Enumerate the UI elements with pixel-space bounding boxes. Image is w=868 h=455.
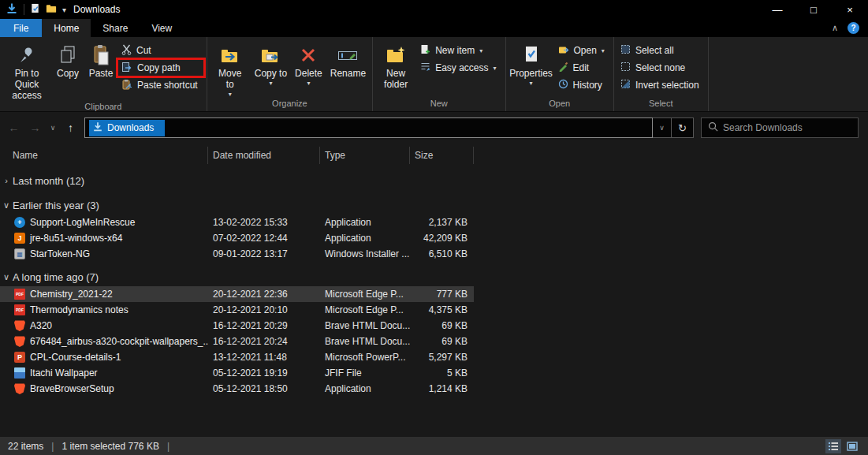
delete-button[interactable]: Delete ▾	[291, 39, 326, 87]
file-name: Chemistry_2021-22	[30, 289, 113, 300]
cut-button[interactable]: Cut	[117, 42, 204, 59]
properties-button[interactable]: Properties ▾	[509, 39, 554, 87]
group-header[interactable]: ›Last month (12)	[0, 171, 868, 190]
file-row[interactable]: 676484_airbus-a320-cockpit-wallpapers_..…	[0, 334, 474, 349]
file-date-modified: 20-12-2021 20:10	[208, 304, 320, 315]
select-none-button[interactable]: Select none	[617, 59, 706, 76]
search-input[interactable]	[723, 122, 851, 133]
titlebar[interactable]: ▾ Downloads — □ ×	[0, 0, 868, 19]
close-button[interactable]: ×	[832, 0, 868, 19]
app-downloads-icon	[6, 2, 18, 17]
collapse-ribbon-icon[interactable]: ∧	[832, 23, 838, 33]
file-size: 1,214 KB	[410, 383, 474, 394]
file-type: Application	[320, 233, 410, 244]
copy-to-button[interactable]: Copy to ▾	[251, 39, 291, 87]
column-header-date-modified[interactable]: Date modified	[208, 147, 320, 164]
column-header-name[interactable]: Name	[0, 147, 208, 164]
chevron-down-icon[interactable]: ∨	[0, 272, 13, 282]
qat-properties-icon[interactable]	[30, 3, 40, 16]
group-label: Earlier this year (3)	[13, 200, 99, 211]
ppt-file-icon: P	[14, 352, 25, 363]
file-date-modified: 05-12-2021 19:19	[208, 367, 320, 379]
new-folder-button[interactable]: New folder	[375, 39, 416, 91]
explorer-window: ▾ Downloads — □ × File Home Share View ∧…	[0, 0, 868, 455]
copy-to-dropdown-icon: ▾	[269, 80, 272, 87]
chevron-down-icon[interactable]: ∨	[0, 200, 13, 211]
chevron-right-icon[interactable]: ›	[0, 176, 13, 185]
file-row[interactable]: PCPL-Course-details-113-12-2021 11:48Mic…	[0, 349, 474, 365]
invert-selection-icon	[620, 79, 631, 91]
image-file-icon	[14, 367, 25, 379]
recent-locations-icon[interactable]: ∨	[46, 117, 60, 138]
file-type: Microsoft Edge P...	[320, 304, 410, 315]
group-header[interactable]: ∨A long time ago (7)	[0, 267, 868, 286]
copy-path-icon	[121, 62, 132, 75]
history-button[interactable]: History	[554, 76, 611, 94]
paste-shortcut-button[interactable]: Paste shortcut	[117, 76, 204, 94]
rename-icon	[337, 42, 358, 69]
tab-home[interactable]: Home	[42, 19, 91, 37]
address-field[interactable]: Downloads	[84, 117, 653, 138]
tab-share[interactable]: Share	[91, 19, 140, 37]
pin-icon	[18, 42, 35, 69]
forward-button[interactable]: →	[24, 117, 46, 138]
file-type: Application	[320, 383, 410, 394]
qat-customize-dropdown-icon[interactable]: ▾	[62, 6, 66, 14]
address-breadcrumb[interactable]: Downloads	[89, 120, 165, 136]
column-headers: Name Date modified Type Size	[0, 147, 868, 164]
file-row[interactable]: Itachi Wallpaper05-12-2021 19:19JFIF Fil…	[0, 365, 474, 381]
address-dropdown-icon[interactable]: ∨	[653, 117, 672, 138]
tab-view[interactable]: View	[140, 19, 184, 37]
cut-icon	[121, 44, 132, 58]
file-name: Itachi Wallpaper	[30, 367, 98, 379]
details-view-icon[interactable]	[825, 439, 841, 453]
refresh-icon[interactable]: ↻	[672, 117, 694, 138]
invert-selection-button[interactable]: Invert selection	[617, 76, 706, 94]
copy-button[interactable]: Copy	[51, 39, 84, 80]
file-row[interactable]: ▦StarToken-NG09-01-2022 13:17Windows Ins…	[0, 246, 474, 262]
brave-setup-file-icon	[14, 383, 25, 394]
status-bar: 22 items | 1 item selected 776 KB |	[0, 437, 868, 455]
new-item-icon	[420, 44, 430, 58]
column-header-type[interactable]: Type	[320, 147, 410, 164]
open-button[interactable]: Open ▾	[554, 42, 611, 59]
file-row[interactable]: +Support-LogMeInRescue13-02-2022 15:33Ap…	[0, 214, 474, 230]
pin-to-quick-access-button[interactable]: Pin to Quick access	[2, 39, 51, 101]
up-button[interactable]: ↑	[60, 117, 81, 138]
file-date-modified: 13-02-2022 15:33	[208, 217, 320, 228]
search-box[interactable]	[701, 117, 859, 138]
easy-access-button[interactable]: Easy access ▾	[416, 59, 502, 76]
column-header-size[interactable]: Size	[410, 147, 474, 164]
paste-button[interactable]: Paste	[84, 39, 117, 80]
file-date-modified: 16-12-2021 20:29	[208, 320, 320, 331]
file-row[interactable]: A32016-12-2021 20:29Brave HTML Docu...69…	[0, 318, 474, 334]
file-row[interactable]: Jjre-8u51-windows-x6407-02-2022 12:44App…	[0, 230, 474, 246]
copy-path-button[interactable]: Copy path	[117, 59, 204, 76]
history-icon	[558, 79, 568, 91]
rename-button[interactable]: Rename	[326, 39, 370, 80]
group-label-organize: Organize	[210, 98, 370, 111]
group-header[interactable]: ∨Earlier this year (3)	[0, 196, 868, 214]
file-row[interactable]: BraveBrowserSetup05-12-2021 18:50Applica…	[0, 381, 474, 397]
edit-button[interactable]: Edit	[554, 59, 611, 76]
file-date-modified: 05-12-2021 18:50	[208, 383, 320, 394]
file-date-modified: 16-12-2021 20:24	[208, 336, 320, 347]
back-button[interactable]: ←	[3, 117, 24, 138]
file-size: 6,510 KB	[410, 248, 474, 259]
help-icon[interactable]: ?	[848, 22, 859, 34]
qat-new-folder-icon[interactable]	[46, 3, 57, 16]
java-file-icon: J	[14, 233, 25, 244]
move-to-button[interactable]: Move to ▾	[210, 39, 251, 98]
file-row[interactable]: PDFThermodynamics notes20-12-2021 20:10M…	[0, 302, 474, 318]
file-row[interactable]: PDFChemistry_2021-2220-12-2021 22:36Micr…	[0, 286, 474, 302]
quick-access-toolbar: ▾	[0, 2, 66, 17]
maximize-button[interactable]: □	[795, 0, 832, 19]
file-list: ›Last month (12)∨Earlier this year (3)+S…	[0, 164, 868, 437]
select-all-button[interactable]: Select all	[617, 42, 706, 59]
thumbnail-view-icon[interactable]	[844, 439, 860, 453]
new-item-button[interactable]: New item ▾	[416, 42, 502, 59]
minimize-button[interactable]: —	[759, 0, 795, 19]
tab-file[interactable]: File	[0, 19, 42, 37]
file-size: 69 KB	[410, 320, 474, 331]
open-icon	[558, 44, 569, 57]
